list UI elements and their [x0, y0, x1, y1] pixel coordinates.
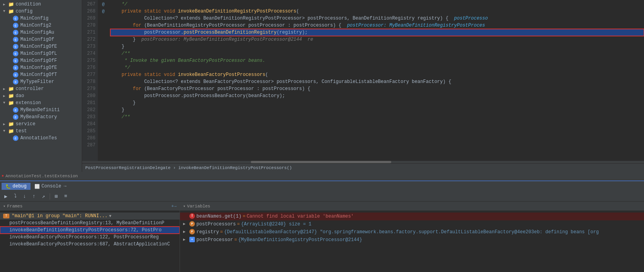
evaluate-button[interactable]: ⊞	[52, 192, 61, 201]
sidebar-item-test[interactable]: ▼ 📁 test	[0, 128, 82, 135]
frame-item-1[interactable]: invokeBeanDefinitionRegistryPostProcesso…	[0, 227, 180, 234]
sidebar-item-mainconfigt[interactable]: C MainConfigOfT	[0, 71, 82, 78]
frames-collapse-arrow[interactable]: ▾	[3, 204, 5, 209]
sidebar-item-extension[interactable]: ▼ 📁 extension	[0, 99, 82, 106]
sidebar-item-mainconfigau[interactable]: C MainConfigAu	[0, 29, 82, 36]
sidebar-label-service: service	[16, 121, 35, 127]
tree-arrow-extension: ▼	[3, 101, 8, 105]
line-numbers: 267268269270271 272273274275276 27727827…	[82, 0, 98, 161]
sidebar-item-mybeandefiniti[interactable]: C MyBeanDefiniti	[0, 106, 82, 113]
sidebar-label-mybeafactory: MyBeanFactory	[20, 114, 57, 120]
sidebar-item-service[interactable]: ▶ 📁 service	[0, 121, 82, 128]
tree-arrow-condition: ▶	[3, 2, 8, 7]
var-value-postprocessor: {MyBeanDefinitionRegistryPostProcessor@2…	[238, 237, 641, 243]
thread-dropdown-arrow[interactable]: ▼	[109, 214, 112, 218]
sidebar-item-condition[interactable]: ▶ 📁 condition	[0, 1, 82, 8]
code-line-274: }	[110, 43, 644, 50]
class-icon-mybeafactory: C	[13, 114, 19, 120]
scrollbar-thumb	[251, 161, 391, 163]
tree-arrow-test: ▼	[3, 129, 8, 133]
var-name-registry: registry	[196, 229, 219, 235]
mute-breakpoints-button[interactable]: ≡	[61, 192, 70, 201]
sidebar-item-controller[interactable]: ▶ 📁 controller	[0, 85, 82, 92]
folder-icon-service: 📁	[8, 121, 14, 127]
debug-section: ● AnnotationTest.testExtension 🐛 debug ⬜…	[0, 172, 644, 272]
sidebar-item-mainconfigi[interactable]: C MainConfigOfL	[0, 50, 82, 57]
class-icon-mainconfig2: C	[13, 22, 19, 29]
thread-icon: T	[3, 214, 9, 218]
frame-item-3[interactable]: invokeBeanFactoryPostProcessors:687, Abs…	[0, 241, 180, 248]
sidebar-item-mainconfigoff[interactable]: C MainConfigOfF	[0, 57, 82, 64]
sidebar-item-mainconfigofe2[interactable]: C MainConfigOfE	[0, 64, 82, 71]
horizontal-scrollbar[interactable]	[82, 161, 644, 163]
var-eq-postprocessors: =	[237, 221, 240, 227]
variables-header: ▾ Variables	[180, 202, 644, 211]
var-eq-postprocessor: =	[234, 237, 237, 243]
sidebar-item-mybeafactory[interactable]: C MyBeanFactory	[0, 113, 82, 121]
frames-header: ▾ Frames +→	[0, 202, 180, 211]
var-expand-registry[interactable]: ▶	[183, 229, 188, 235]
code-line-280: Collection<? extends BeanFactoryPostProc…	[110, 78, 644, 85]
debug-toolbar: ▶ ⤵ ↓ ↑ ↗ ⊞ ≡	[0, 191, 644, 202]
folder-icon-test: 📁	[8, 128, 14, 134]
toolbar-separator	[50, 193, 50, 200]
folder-icon-dao: 📁	[8, 93, 14, 99]
sidebar-label-mainconfig2: MainConfig2	[20, 23, 51, 28]
tab-debugger[interactable]: 🐛 debug	[2, 183, 31, 190]
breadcrumb-text: PostProcessorRegistrationDelegate › invo…	[85, 166, 292, 170]
sidebar-label-test: test	[16, 128, 27, 134]
class-icon-mainconfige: C	[13, 43, 19, 50]
frame-item-2[interactable]: invokeBeanFactoryPostProcessors:122, Pos…	[0, 234, 180, 241]
sidebar-item-mainconfige[interactable]: C MainConfigOfE	[0, 43, 82, 50]
step-out-button[interactable]: ↑	[30, 192, 38, 201]
sidebar-item-mainconfig2[interactable]: C MainConfig2	[0, 22, 82, 29]
variables-collapse-arrow[interactable]: ▾	[183, 204, 185, 209]
sidebar-item-annotationtes[interactable]: C AnnotationTes	[0, 135, 82, 142]
resume-button[interactable]: ▶	[2, 192, 10, 201]
var-p-icon-postprocessors: P	[189, 221, 195, 227]
sidebar-label-controller: controller	[16, 86, 44, 92]
code-line-271: for (BeanDefinitionRegistryPostProcessor…	[110, 22, 644, 29]
step-into-button[interactable]: ↓	[20, 192, 29, 201]
folder-icon-condition: 📁	[8, 1, 14, 7]
variables-panel: ▾ Variables ! beanNames.get(1) = Cannot …	[180, 202, 644, 272]
run-to-cursor-button[interactable]: ↗	[39, 192, 48, 201]
var-eq-beannames: =	[243, 213, 245, 220]
frames-label: Frames	[7, 204, 23, 209]
sidebar-label-condition: condition	[16, 2, 41, 7]
breadcrumb-bar: PostProcessorRegistrationDelegate › invo…	[82, 163, 644, 172]
variables-label: Variables	[187, 204, 210, 209]
debug-thread[interactable]: T "main"@1 in group "main": RUNNI... ▼	[0, 213, 180, 220]
frame-label-1: invokeBeanDefinitionRegistryPostProcesso…	[9, 227, 162, 233]
sidebar-label-mainconfigau: MainConfigAu	[20, 30, 54, 35]
var-eq-icon-postprocessor: =	[189, 237, 195, 242]
class-icon-mytypefilter: C	[13, 79, 19, 85]
editor-area: ▶ 📁 condition ▼ 📁 config C MainConfig C …	[0, 0, 644, 172]
tab-console[interactable]: ⬜ Console →	[31, 183, 70, 190]
code-line-268: private static void invokeBeanDefinition…	[110, 8, 644, 15]
main-container: ▶ 📁 condition ▼ 📁 config C MainConfig C …	[0, 0, 644, 272]
sidebar-label-extension: extension	[16, 100, 41, 106]
folder-icon-controller: 📁	[8, 86, 14, 92]
var-value-beannames: Cannot find local variable 'beanNames'	[246, 213, 354, 220]
var-expand-postprocessors[interactable]: ▶	[183, 221, 188, 227]
sidebar-item-config[interactable]: ▼ 📁 config	[0, 8, 82, 15]
class-icon-mainconfigofe2: C	[13, 65, 19, 71]
code-panel: 267268269270271 272273274275276 27727827…	[82, 0, 644, 172]
gutter: @ @	[98, 0, 109, 161]
sidebar-item-mytypefilter[interactable]: C MyTypeFilter	[0, 78, 82, 85]
var-error-icon-beannames: !	[189, 213, 195, 219]
debug-top-bar: ● AnnotationTest.testExtension	[0, 172, 644, 180]
variables-content: ! beanNames.get(1) = Cannot find local v…	[180, 211, 644, 245]
frame-item-0[interactable]: postProcessBeanDefinitionRegistry:13, My…	[0, 220, 180, 227]
frames-pin-icon[interactable]: +→	[171, 204, 176, 209]
console-arrow: →	[63, 184, 66, 189]
sidebar-item-mainconfig[interactable]: C MainConfig	[0, 15, 82, 22]
sidebar-item-mainconfigof[interactable]: C MainConfigOf	[0, 36, 82, 43]
bug-icon: 🐛	[5, 184, 11, 189]
var-p-icon-registry: P	[189, 229, 195, 234]
step-over-button[interactable]: ⤵	[11, 192, 20, 201]
sidebar-item-dao[interactable]: ▶ 📁 dao	[0, 92, 82, 99]
sidebar-label-mytypefilter: MyTypeFilter	[20, 79, 54, 85]
var-expand-postprocessor[interactable]: ▶	[183, 237, 188, 243]
